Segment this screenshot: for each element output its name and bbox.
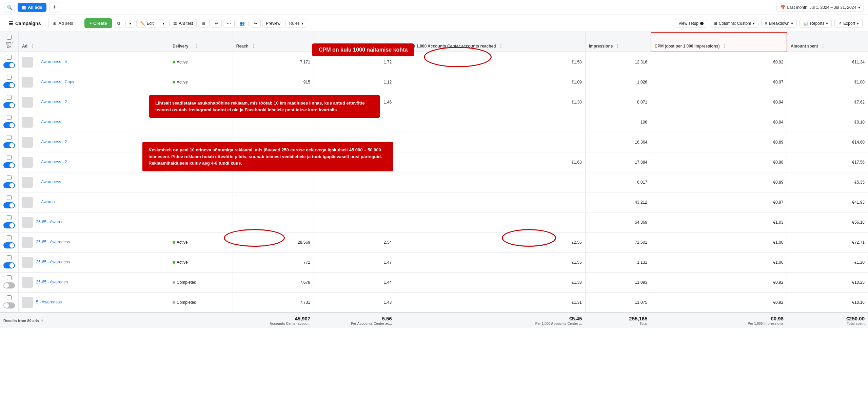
- edit-dropdown[interactable]: ▾: [159, 19, 168, 28]
- ad-name[interactable]: — Awareness: [36, 119, 61, 124]
- ad-sort[interactable]: Ad ⋮: [22, 43, 165, 49]
- cpm-col-menu[interactable]: ⋮: [722, 43, 727, 49]
- row-checkbox[interactable]: [7, 95, 12, 100]
- frequency-header[interactable]: Frequency ⋮: [314, 32, 395, 52]
- ad-name[interactable]: 25-65 - Awareness...: [36, 240, 73, 244]
- row-checkbox[interactable]: [7, 135, 12, 140]
- row-select-cell[interactable]: [0, 192, 19, 212]
- ad-name[interactable]: — Awareness - 2: [36, 160, 67, 164]
- select-all-checkbox[interactable]: [7, 35, 12, 40]
- ad-name[interactable]: — Awareness: [36, 180, 61, 184]
- cost1000-col-menu[interactable]: ⋮: [498, 43, 503, 49]
- reach-col-menu[interactable]: ⋮: [251, 43, 256, 49]
- amount-col-menu[interactable]: ⋮: [821, 43, 825, 49]
- delivery-col-menu[interactable]: ⋮: [194, 43, 199, 49]
- ad-name[interactable]: — Awareness - 2: [36, 139, 67, 144]
- add-button[interactable]: +: [49, 2, 60, 13]
- row-checkbox[interactable]: [7, 275, 12, 280]
- delivery-header[interactable]: Delivery ↑ ⋮: [169, 32, 233, 52]
- row-checkbox[interactable]: [7, 115, 12, 120]
- search-button[interactable]: 🔍: [4, 2, 15, 13]
- preview-button[interactable]: Preview: [262, 19, 284, 28]
- ad-name[interactable]: 5 - Awareness: [36, 300, 62, 304]
- cost1000-header[interactable]: Cost per 1,000 Accounts Center accounts …: [395, 32, 586, 52]
- row-checkbox[interactable]: [7, 215, 12, 220]
- row-select-cell[interactable]: [0, 232, 19, 253]
- select-all-header[interactable]: Off /On: [0, 32, 19, 52]
- edit-button[interactable]: ✏️ Edit: [136, 19, 158, 28]
- ad-name[interactable]: 25-65 - Awarenes: [36, 280, 68, 284]
- reports-button[interactable]: 📊 Reports ▾: [800, 19, 832, 28]
- ab-test-button[interactable]: ⚖ A/B test: [170, 19, 197, 28]
- impressions-col-menu[interactable]: ⋮: [615, 43, 620, 49]
- row-toggle[interactable]: [3, 182, 15, 188]
- row-select-cell[interactable]: [0, 92, 19, 112]
- row-toggle[interactable]: [3, 222, 15, 228]
- row-checkbox[interactable]: [7, 55, 12, 60]
- reach-sort[interactable]: Reach ⋮: [236, 43, 310, 49]
- frequency-col-menu[interactable]: ⋮: [340, 43, 345, 49]
- ad-col-menu[interactable]: ⋮: [30, 43, 35, 49]
- ad-name[interactable]: — Awareness - 4: [36, 59, 67, 64]
- row-checkbox[interactable]: [7, 255, 12, 260]
- ad-name[interactable]: 25-65 - Awaren...: [36, 220, 67, 224]
- cpm-sort[interactable]: CPM (cost per 1,000 impressions) ⋮: [655, 43, 783, 49]
- row-checkbox[interactable]: [7, 235, 12, 240]
- row-toggle[interactable]: [3, 82, 15, 88]
- row-checkbox[interactable]: [7, 155, 12, 160]
- row-select-cell[interactable]: [0, 172, 19, 192]
- create-button[interactable]: + Create: [84, 18, 112, 28]
- ad-name[interactable]: 25-65 - Awareness: [36, 260, 70, 264]
- columns-button[interactable]: ⊞ Columns: Custom ▾: [710, 19, 758, 28]
- row-toggle[interactable]: [3, 62, 15, 68]
- row-select-cell[interactable]: [0, 132, 19, 152]
- frequency-sort[interactable]: Frequency ⋮: [317, 43, 392, 49]
- row-toggle[interactable]: [3, 142, 15, 148]
- rules-button[interactable]: Rules ▾: [285, 19, 307, 28]
- row-toggle[interactable]: [3, 102, 15, 108]
- date-picker[interactable]: 📅 Last month: Jul 1, 2024 – Jul 31, 2024…: [776, 3, 864, 12]
- ad-name[interactable]: — Awareness - Copy: [36, 79, 74, 84]
- undo-button[interactable]: ↩: [211, 19, 222, 28]
- row-select-cell[interactable]: [0, 293, 19, 313]
- row-select-cell[interactable]: [0, 112, 19, 132]
- all-ads-button[interactable]: ▦ All ads: [18, 3, 46, 12]
- row-toggle[interactable]: [3, 302, 15, 309]
- more-button[interactable]: ⋯: [223, 19, 235, 28]
- row-select-cell[interactable]: [0, 253, 19, 273]
- row-checkbox[interactable]: [7, 175, 12, 180]
- breakdown-button[interactable]: ≡ Breakdown ▾: [761, 19, 797, 28]
- cpm-header[interactable]: CPM (cost per 1,000 impressions) ⋮: [651, 32, 787, 52]
- cost1000-sort[interactable]: Cost per 1,000 Accounts Center accounts …: [399, 43, 582, 49]
- impressions-header[interactable]: Impressions ⋮: [585, 32, 651, 52]
- row-toggle[interactable]: [3, 262, 15, 268]
- row-select-cell[interactable]: [0, 52, 19, 72]
- delete-button[interactable]: 🗑: [198, 19, 210, 28]
- impressions-sort[interactable]: Impressions ⋮: [589, 43, 647, 49]
- row-toggle[interactable]: [3, 122, 15, 128]
- row-toggle[interactable]: [3, 202, 15, 208]
- row-toggle[interactable]: [3, 282, 15, 288]
- row-select-cell[interactable]: [0, 273, 19, 293]
- row-checkbox[interactable]: [7, 75, 12, 80]
- row-select-cell[interactable]: [0, 212, 19, 232]
- row-select-cell[interactable]: [0, 152, 19, 172]
- ad-header[interactable]: Ad ⋮: [19, 32, 169, 52]
- row-checkbox[interactable]: [7, 195, 12, 200]
- amount-sort[interactable]: Amount spent ⋮: [791, 43, 865, 49]
- amount-header[interactable]: Amount spent ⋮: [787, 32, 868, 52]
- data-table-container[interactable]: Off /On Ad ⋮ Delivery ↑ ⋮: [0, 32, 868, 410]
- view-setup-button[interactable]: View setup: [675, 19, 707, 28]
- row-select-cell[interactable]: [0, 72, 19, 92]
- reach-header[interactable]: Reach ⋮: [233, 32, 314, 52]
- row-toggle[interactable]: [3, 242, 15, 248]
- ad-name[interactable]: — Awareness - 2: [36, 99, 67, 104]
- ad-name[interactable]: — Awaren...: [36, 200, 58, 204]
- row-toggle[interactable]: [3, 162, 15, 168]
- delivery-sort[interactable]: Delivery ↑ ⋮: [173, 43, 229, 49]
- duplicate-button[interactable]: ⧉: [114, 19, 124, 28]
- people-button[interactable]: 👥: [236, 19, 249, 28]
- export-button[interactable]: ↗ Export ▾: [834, 19, 863, 28]
- dropdown-button[interactable]: ▾: [125, 19, 135, 28]
- campaigns-nav[interactable]: ☰ Campaigns: [5, 19, 44, 28]
